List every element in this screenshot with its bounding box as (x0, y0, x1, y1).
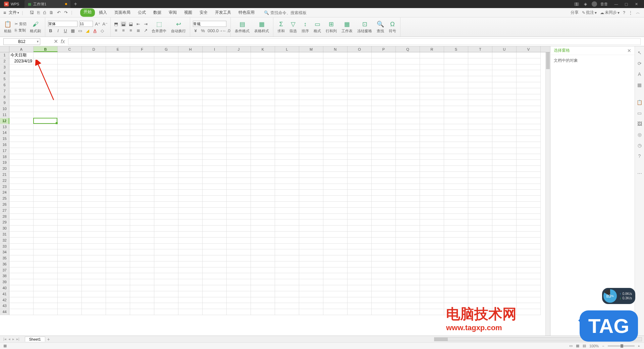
cell-M34[interactable] (299, 249, 323, 255)
cell-O32[interactable] (347, 238, 372, 244)
cell-B11[interactable] (34, 112, 58, 118)
cell-K28[interactable] (251, 214, 275, 220)
cell-H23[interactable] (178, 184, 203, 190)
cell-B25[interactable] (34, 196, 58, 202)
redo-icon[interactable]: ↷ (64, 10, 68, 15)
cell-L13[interactable] (275, 124, 299, 130)
cell-B19[interactable] (34, 160, 58, 166)
cell-P9[interactable] (372, 100, 396, 106)
column-header-K[interactable]: K (251, 46, 275, 52)
cell-D11[interactable] (82, 112, 106, 118)
cell-T7[interactable] (468, 88, 492, 94)
cell-F20[interactable] (130, 166, 154, 172)
cell-L4[interactable] (275, 70, 299, 76)
cell-N3[interactable] (323, 64, 347, 70)
cell-M31[interactable] (299, 232, 323, 238)
cell-H44[interactable] (178, 309, 203, 315)
cell-T17[interactable] (468, 148, 492, 154)
tab-review[interactable]: 审阅 (165, 8, 180, 17)
cell-S42[interactable] (444, 297, 468, 303)
cell-I2[interactable] (203, 58, 227, 64)
cell-P36[interactable] (372, 261, 396, 267)
cell-H41[interactable] (178, 291, 203, 297)
cell-C15[interactable] (58, 136, 82, 142)
cell-L33[interactable] (275, 244, 299, 250)
cell-F13[interactable] (130, 124, 154, 130)
cell-H15[interactable] (178, 136, 203, 142)
cell-J8[interactable] (227, 94, 251, 100)
cell-I24[interactable] (203, 190, 227, 196)
cell-E28[interactable] (106, 214, 130, 220)
column-header-V[interactable]: V (517, 46, 541, 52)
align-left-icon[interactable]: ≡ (113, 28, 119, 33)
cell-C8[interactable] (58, 94, 82, 100)
cell-P31[interactable] (372, 232, 396, 238)
cell-S44[interactable] (444, 309, 468, 315)
cell-U19[interactable] (492, 160, 517, 166)
cell-K10[interactable] (251, 106, 275, 112)
cell-A40[interactable] (9, 285, 34, 291)
cell-K41[interactable] (251, 291, 275, 297)
cell-S3[interactable] (444, 64, 468, 70)
cell-D43[interactable] (82, 303, 106, 309)
cell-G39[interactable] (154, 279, 178, 285)
cell-M2[interactable] (299, 58, 323, 64)
cell-P44[interactable] (372, 309, 396, 315)
cell-S6[interactable] (444, 82, 468, 88)
cell-M27[interactable] (299, 208, 323, 214)
cell-A36[interactable] (9, 261, 34, 267)
cell-V18[interactable] (517, 154, 541, 160)
cell-J33[interactable] (227, 244, 251, 250)
cell-B32[interactable] (34, 238, 58, 244)
cell-R8[interactable] (420, 94, 444, 100)
cell-T8[interactable] (468, 94, 492, 100)
formula-input[interactable] (68, 38, 641, 45)
cell-R4[interactable] (420, 70, 444, 76)
row-header-32[interactable]: 32 (0, 238, 9, 244)
document-tab[interactable]: ▦ 工作簿1 (24, 0, 70, 8)
cell-D37[interactable] (82, 267, 106, 273)
cell-I39[interactable] (203, 279, 227, 285)
cell-K26[interactable] (251, 202, 275, 208)
column-header-B[interactable]: B (34, 46, 58, 52)
cell-I31[interactable] (203, 232, 227, 238)
cell-A32[interactable] (9, 238, 34, 244)
cell-I14[interactable] (203, 130, 227, 136)
cell-L38[interactable] (275, 273, 299, 279)
cell-A34[interactable] (9, 249, 34, 255)
hscroll-thumb[interactable] (434, 338, 448, 341)
clipboard-icon[interactable]: 📋 (637, 99, 643, 105)
cell-R30[interactable] (420, 226, 444, 232)
number-format-select[interactable] (193, 21, 226, 27)
command-search[interactable]: 🔍 (264, 10, 311, 15)
new-tab-button[interactable]: + (70, 1, 80, 7)
sheet-nav-first-icon[interactable]: |◂ (3, 337, 6, 341)
cell-J18[interactable] (227, 154, 251, 160)
cell-C28[interactable] (58, 214, 82, 220)
cell-I28[interactable] (203, 214, 227, 220)
cell-D31[interactable] (82, 232, 106, 238)
cell-E14[interactable] (106, 130, 130, 136)
cell-C17[interactable] (58, 148, 82, 154)
cell-H9[interactable] (178, 100, 203, 106)
cell-I33[interactable] (203, 244, 227, 250)
format-painter-button[interactable]: 🖌格式刷 (29, 20, 42, 34)
cell-F8[interactable] (130, 94, 154, 100)
cell-N35[interactable] (323, 255, 347, 261)
cell-A26[interactable] (9, 202, 34, 208)
cell-A43[interactable] (9, 303, 34, 309)
cell-E30[interactable] (106, 226, 130, 232)
cell-T27[interactable] (468, 208, 492, 214)
cell-V40[interactable] (517, 285, 541, 291)
cell-A1[interactable]: 今天日期 (9, 52, 34, 58)
cell-E26[interactable] (106, 202, 130, 208)
cell-P14[interactable] (372, 130, 396, 136)
cell-L39[interactable] (275, 279, 299, 285)
cell-D9[interactable] (82, 100, 106, 106)
cell-F4[interactable] (130, 70, 154, 76)
cell-S14[interactable] (444, 130, 468, 136)
cell-U12[interactable] (492, 118, 517, 124)
row-header-18[interactable]: 18 (0, 154, 9, 160)
row-header-30[interactable]: 30 (0, 226, 9, 232)
cell-K40[interactable] (251, 285, 275, 291)
